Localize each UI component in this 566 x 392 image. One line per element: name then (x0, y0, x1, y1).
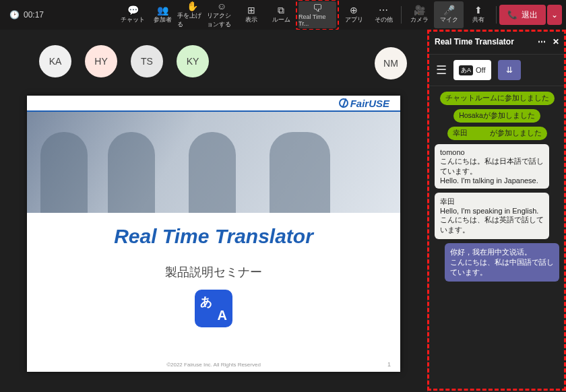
apps-button[interactable]: ⊕ アプリ (339, 1, 369, 28)
mic-button[interactable]: 🎤 マイク (434, 1, 464, 28)
leave-caret-button[interactable]: ⌄ (547, 5, 562, 25)
hand-icon: ✋ (187, 1, 198, 11)
slide-footer: ©2022 Fairuse Inc. All Rights Reserved (27, 362, 400, 368)
rooms-icon: ⧉ (278, 5, 284, 15)
panel-toolbar: ☰ あA Off ⇊ (428, 54, 566, 86)
panel-title: Real Time Translator (435, 37, 514, 46)
plus-square-icon: ⊕ (350, 5, 358, 15)
translate-icon: 🗨 (313, 3, 322, 13)
caption-feed[interactable]: チャットルームに参加しましたHosakaが参加しました幸田 が参加しましたtom… (428, 86, 566, 392)
panel-header: Real Time Translator ⋯ ✕ (428, 30, 566, 54)
caption-bubble: tomonoこんにちは。私は日本語で話しています。Hello. I'm talk… (435, 144, 549, 189)
toolbar-divider (401, 6, 402, 24)
leave-label: 退出 (522, 9, 538, 21)
camera-off-icon: 🎥 (414, 5, 425, 15)
brand-text: FairUSE (350, 98, 389, 109)
apps-label: アプリ (345, 15, 363, 24)
participants-label: 参加者 (154, 15, 172, 24)
close-icon[interactable]: ✕ (553, 37, 559, 46)
ellipsis-icon: ⋯ (379, 5, 388, 15)
mic-label: マイク (440, 15, 458, 24)
share-label: 共有 (472, 15, 484, 24)
mic-off-icon: 🎤 (443, 5, 455, 15)
slide-title: Real Time Translator (27, 225, 400, 248)
translate-toggle[interactable]: あA Off (453, 60, 491, 80)
people-icon: 👥 (157, 5, 168, 15)
avatar[interactable]: HY (85, 45, 117, 77)
caption-bubble: 幸田Hello, I'm speaking in English.こんにちは、私… (435, 193, 549, 239)
translate-app-icon (195, 290, 232, 327)
chat-label: チャット (121, 15, 145, 24)
speaker-name: 幸田 (440, 197, 544, 207)
react-label: リアクションする (207, 11, 237, 29)
system-message: チャットルームに参加しました (440, 92, 555, 105)
caption-line: Hello, I'm speaking in English. (440, 207, 544, 215)
caption-line: こんにちは。私は日本語で話しています。 (440, 156, 544, 176)
caption-line: こんにちは、私は英語で話しています。 (440, 215, 544, 235)
share-button[interactable]: ⬆ 共有 (464, 1, 493, 28)
globe-icon (339, 98, 348, 108)
view-label: 表示 (245, 15, 257, 24)
smile-icon: ☺ (217, 1, 226, 11)
system-message: Hosakaが参加しました (453, 109, 540, 123)
more-button[interactable]: ⋯ その他 (369, 1, 398, 28)
camera-button[interactable]: 🎥 カメラ (404, 1, 434, 28)
double-chevron-down-icon: ⇊ (506, 65, 513, 75)
camera-label: カメラ (410, 15, 429, 24)
toggle-label: Off (476, 66, 485, 74)
avatar[interactable]: KY (177, 45, 209, 77)
raise-hand-button[interactable]: ✋ 手を上げる (177, 1, 207, 28)
share-screen-icon: ⬆ (474, 5, 482, 15)
caption-line: Hello. I'm talking in Japanese. (440, 176, 544, 185)
react-button[interactable]: ☺ リアクションする (207, 1, 237, 28)
rooms-label: ルーム (272, 15, 290, 24)
system-message: 幸田 が参加しました (447, 127, 547, 140)
attendee-strip: KA HY TS KY NM (0, 30, 427, 93)
shared-slide: FairUSE Real Time Translator 製品説明セミナー ©2… (27, 96, 400, 372)
expand-button[interactable]: ⇊ (498, 60, 521, 80)
clock-icon: 🕑 (9, 10, 20, 20)
toolbar-divider-2 (496, 6, 497, 24)
grid-icon: ⊞ (247, 5, 255, 15)
chat-icon: 💬 (127, 5, 139, 15)
chevron-down-icon: ⌄ (551, 10, 558, 20)
raise-hand-label: 手を上げる (177, 11, 207, 29)
menu-icon[interactable]: ☰ (436, 63, 447, 77)
fairuse-logo: FairUSE (339, 98, 389, 109)
avatar[interactable]: KA (39, 45, 71, 77)
aA-icon: あA (459, 65, 473, 75)
rtt-panel: Real Time Translator ⋯ ✕ ☰ あA Off ⇊ チャット… (427, 30, 566, 392)
rtt-highlight: 🗨 Real Time Tr... (296, 0, 339, 30)
slide-page-number: 1 (387, 361, 391, 368)
chat-button[interactable]: 💬 チャット (118, 1, 148, 28)
participants-button[interactable]: 👥 参加者 (148, 1, 177, 28)
speaker-name: tomono (440, 148, 544, 156)
avatar[interactable]: NM (375, 47, 407, 79)
more-label: その他 (375, 15, 393, 24)
meeting-toolbar: 🕑 00:17 💬 チャット 👥 参加者 ✋ 手を上げる ☺ リアクションする … (0, 0, 566, 30)
caption-line: こんにちは、私は中国語で話しています。 (450, 257, 554, 277)
leave-button[interactable]: 📞 退出 (499, 5, 546, 25)
caption-line: 你好，我在用中文说话。 (450, 247, 554, 257)
meeting-timer: 🕑 00:17 (9, 10, 44, 20)
view-button[interactable]: ⊞ 表示 (237, 1, 266, 28)
timer-text: 00:17 (24, 10, 44, 20)
rooms-button[interactable]: ⧉ ルーム (266, 1, 296, 28)
hangup-icon: 📞 (507, 10, 517, 20)
meeting-stage: KA HY TS KY NM FairUSE Real Time Transla… (0, 30, 427, 392)
panel-more-icon[interactable]: ⋯ (538, 37, 546, 46)
avatar[interactable]: TS (131, 45, 163, 77)
rtt-app-button[interactable]: 🗨 Real Time Tr... (298, 1, 336, 28)
slide-subtitle: 製品説明セミナー (27, 264, 400, 280)
slide-photo (27, 112, 400, 213)
caption-bubble: 你好，我在用中文说话。こんにちは、私は中国語で話しています。 (445, 243, 559, 282)
rtt-label: Real Time Tr... (298, 13, 336, 27)
